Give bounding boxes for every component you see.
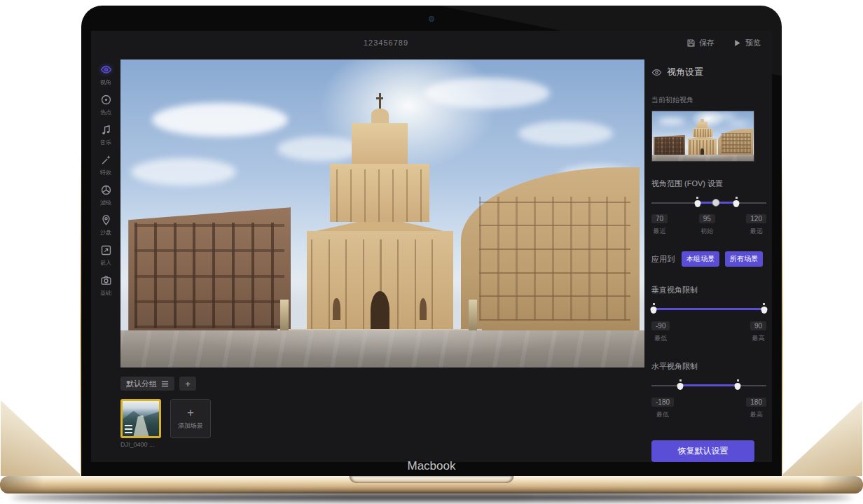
fov-far-label: 最远 [750,227,763,236]
cathedral [307,92,453,332]
filter-icon [100,184,112,196]
fov-near-value: 70 [651,214,668,223]
horizontal-limit-slider[interactable] [651,381,766,391]
laptop-base [0,476,863,493]
horizontal-limit-values: -180 最低 180 最高 [651,398,766,419]
sidebar-item-effects[interactable]: 特效 [91,154,120,177]
save-button-label: 保存 [699,38,714,48]
macbook-mockup: 123456789 保存 预览 [0,0,863,504]
cloud [518,121,613,146]
statue [469,300,477,330]
laptop-shadow [11,493,852,501]
eye-icon [100,64,112,76]
fov-min-handle[interactable] [694,200,700,207]
play-icon [733,38,742,48]
add-scene-label: 添加场景 [178,421,203,430]
webcam-dot [429,16,434,22]
map-pin-icon [100,214,112,226]
vertical-max-label: 最高 [752,334,764,343]
laptop-side-panel-left [1,400,82,476]
apply-all-scenes-button[interactable]: 所有场景 [725,251,763,267]
list-icon [161,380,169,388]
sidebar-item-embed[interactable]: 嵌入 [91,244,120,267]
panorama-art [120,59,644,368]
fov-initial-handle[interactable] [712,199,719,206]
apply-row: 应用到 本组场景 所有场景 [651,251,766,267]
sidebar-item-label: 基础 [100,289,111,298]
vertical-limit-slider[interactable] [651,304,766,314]
vertical-max-value: 90 [750,321,766,330]
vertical-limit-values: -90 最低 90 最高 [651,321,766,343]
horizontal-max-handle[interactable] [735,383,741,390]
panel-header: 视角设置 [651,66,766,78]
horizontal-max-value: 180 [746,398,766,407]
panorama-viewport[interactable] [120,59,644,368]
group-row: 默认分组 + [120,377,644,391]
fov-max-handle[interactable] [733,200,740,207]
embed-icon [100,244,112,256]
current-view-label: 当前初始视角 [651,95,766,105]
eye-icon [651,67,662,78]
preview-button-label: 预览 [745,38,761,48]
laptop-lid-groove [350,476,514,483]
sidebar-item-label: 音乐 [100,139,111,147]
slider-fill [680,384,738,386]
sidebar-item-label: 视角 [100,78,111,87]
scene-thumbnail-image [120,399,161,438]
vertical-min-label: 最低 [654,334,667,343]
topbar-actions: 保存 预览 [686,38,761,48]
cloud [152,103,288,136]
save-button[interactable]: 保存 [686,38,714,48]
fov-values: 70 最近 95 初始 120 最远 [651,214,766,236]
apply-label: 应用到 [651,254,675,265]
fov-slider[interactable] [651,198,766,208]
scene-name: DJI_0400 ... [120,441,161,448]
initial-view-thumbnail[interactable] [651,111,754,162]
save-icon [686,38,696,48]
apply-group-scenes-button[interactable]: 本组场景 [682,251,719,267]
horizontal-min-handle[interactable] [677,383,684,390]
sidebar-item-music[interactable]: 音乐 [91,124,120,147]
camera-icon [100,274,112,286]
plaza [120,330,644,368]
horizontal-min-value: -180 [651,398,674,407]
sidebar-item-view[interactable]: 视角 [91,64,120,87]
view-settings-panel: 视角设置 当前初始视角 [644,55,772,462]
add-group-button[interactable]: + [179,377,196,391]
sidebar-item-label: 滤镜 [100,199,111,207]
default-group-label: 默认分组 [126,379,157,389]
sidebar-item-label: 热点 [100,108,111,117]
fov-initial-value: 95 [699,214,715,223]
default-group-button[interactable]: 默认分组 [120,377,174,391]
building-left [128,207,291,333]
building-right [461,167,639,330]
fov-initial-label: 初始 [700,227,713,236]
app-body: 视角 热点 音乐 [91,55,772,462]
sidebar-item-basic[interactable]: 基础 [91,274,120,298]
cathedral-door [371,291,389,332]
panel-title: 视角设置 [667,66,703,78]
project-title: 123456789 [91,38,681,47]
sidebar-item-filter[interactable]: 滤镜 [91,184,120,207]
laptop-lid: 123456789 保存 预览 [81,6,782,476]
sidebar-item-sandmap[interactable]: 沙盘 [91,214,120,237]
initial-view-art [652,111,754,161]
fov-far-value: 120 [746,214,766,223]
scene-strip: 默认分组 + [120,368,644,462]
horizontal-limit-label: 水平视角限制 [651,361,766,372]
hotspot-icon [100,94,112,106]
effects-icon [100,154,112,166]
preview-button[interactable]: 预览 [733,38,761,48]
scene-list-indicator-icon [125,425,132,433]
add-scene-button[interactable]: + 添加场景 [170,399,211,438]
sidebar-item-label: 沙盘 [100,229,111,237]
vertical-min-handle[interactable] [651,307,657,314]
cross [379,93,381,108]
statue [280,300,289,330]
editor-center: 默认分组 + [120,55,644,462]
sidebar-item-hotspot[interactable]: 热点 [91,94,120,117]
vertical-max-handle[interactable] [761,307,767,314]
vertical-min-value: -90 [651,321,670,330]
horizontal-min-label: 最低 [656,410,669,419]
scene-thumbnail[interactable]: DJI_0400 ... [120,399,161,448]
